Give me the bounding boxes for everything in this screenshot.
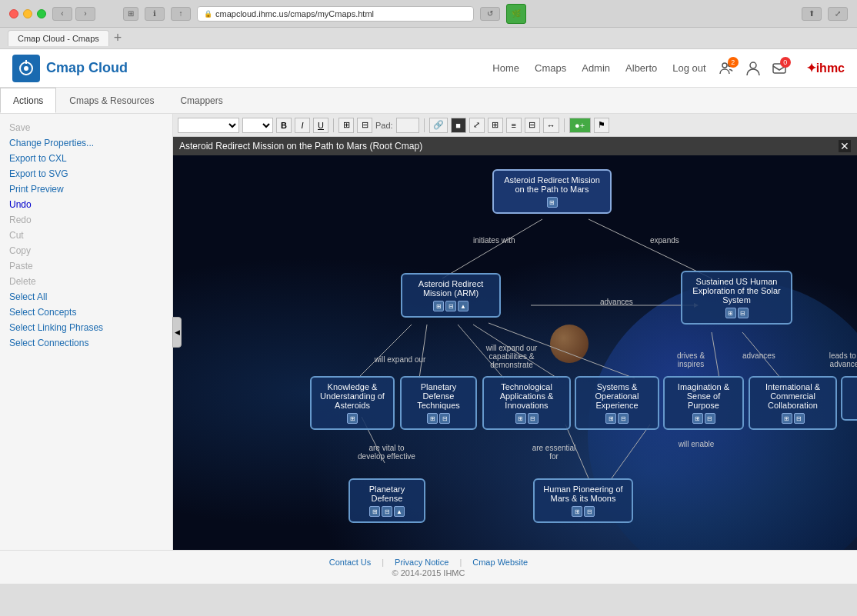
node-img-icon2[interactable]: ⊟ xyxy=(705,413,715,424)
node-sustained-icon1[interactable]: ⊞ xyxy=(725,308,736,318)
back-button[interactable]: ‹ xyxy=(52,7,72,21)
sidebar-export-svg[interactable]: Export to SVG xyxy=(0,166,172,181)
node-sustained[interactable]: Sustained US Human Exploration of the So… xyxy=(681,271,792,325)
node-pdt-icon1[interactable]: ⊞ xyxy=(427,413,438,424)
green-add-button[interactable]: ●+ xyxy=(569,118,591,133)
sidebar-change-properties[interactable]: Change Properties... xyxy=(0,135,172,151)
pad-select[interactable] xyxy=(396,118,419,133)
cmappers-icon-wrapper[interactable]: 2 xyxy=(719,60,735,77)
flag-button[interactable]: ⚑ xyxy=(594,118,609,133)
node-arm-icon3[interactable]: ▲ xyxy=(458,301,469,311)
ihmc-logo[interactable]: ✦ihmc xyxy=(806,61,845,75)
node-arm-icon1[interactable]: ⊞ xyxy=(433,301,444,311)
tab-switcher-button[interactable]: ⊞ xyxy=(123,7,138,21)
sidebar-select-all[interactable]: Select All xyxy=(0,289,172,305)
new-tab-button[interactable]: + xyxy=(114,30,122,46)
node-hp-icon2[interactable]: ⊟ xyxy=(584,506,595,517)
node-pd-icon2[interactable]: ⊟ xyxy=(382,506,392,517)
node-pd-icon3[interactable]: ▲ xyxy=(394,506,405,517)
tab-actions[interactable]: Actions xyxy=(0,88,56,113)
bold-button[interactable]: B xyxy=(276,118,292,133)
messages-icon-wrapper[interactable]: 0 xyxy=(771,60,788,77)
sidebar-select-connections[interactable]: Select Connections xyxy=(0,335,172,351)
nav-user[interactable]: Alberto xyxy=(625,62,657,74)
italic-button[interactable]: I xyxy=(295,118,310,133)
node-int-icon2[interactable]: ⊟ xyxy=(794,413,805,424)
nav-admin[interactable]: Admin xyxy=(582,62,610,74)
share-button[interactable]: ↑ xyxy=(171,7,191,21)
node-scientific[interactable]: Scientific Discoveries ⊞ ⊟ xyxy=(841,376,857,421)
extensions-button[interactable]: 🌿 xyxy=(506,4,526,24)
fullscreen-button[interactable]: ⤢ xyxy=(828,7,848,21)
tab-cmaps-resources[interactable]: Cmaps & Resources xyxy=(56,88,167,113)
sidebar-collapse-button[interactable]: ◀ xyxy=(172,317,182,348)
node-pd-icons: ⊞ ⊟ ▲ xyxy=(356,506,418,517)
browser-share-button[interactable]: ⬆ xyxy=(802,7,822,21)
forward-button[interactable]: › xyxy=(75,7,95,21)
align-left-button[interactable]: ⊞ xyxy=(338,118,354,133)
color-button[interactable]: ■ xyxy=(451,118,466,133)
sidebar-export-cxl[interactable]: Export to CXL xyxy=(0,151,172,166)
footer-contact[interactable]: Contact Us xyxy=(318,558,382,567)
node-ta-icon1[interactable]: ⊞ xyxy=(515,413,526,424)
node-arm[interactable]: Asteroid Redirect Mission (ARM) ⊞ ⊟ ▲ xyxy=(401,273,501,318)
tab-cmappers[interactable]: Cmappers xyxy=(167,88,235,113)
active-tab[interactable]: Cmap Cloud - Cmaps xyxy=(8,30,109,46)
table-button[interactable]: ⊟ xyxy=(525,118,540,133)
font-family-select[interactable] xyxy=(178,118,239,133)
tab-bar: Cmap Cloud - Cmaps + xyxy=(0,28,857,49)
close-traffic-light[interactable] xyxy=(9,9,18,18)
footer-website[interactable]: Cmap Website xyxy=(462,558,539,567)
logo-icon xyxy=(12,55,40,82)
maximize-traffic-light[interactable] xyxy=(37,9,46,18)
address-bar[interactable]: 🔒 cmapcloud.ihmc.us/cmaps/myCmaps.html xyxy=(197,6,474,22)
info-button[interactable]: ℹ xyxy=(145,7,165,21)
node-human-pioneering[interactable]: Human Pioneering of Mars & its Moons ⊞ ⊟ xyxy=(533,478,633,523)
reload-button[interactable]: ↺ xyxy=(480,7,500,21)
node-sys-icon1[interactable]: ⊞ xyxy=(605,413,616,424)
node-img-icon1[interactable]: ⊞ xyxy=(692,413,703,424)
nav-cmaps[interactable]: Cmaps xyxy=(535,62,566,74)
node-imagination[interactable]: Imagination & Sense of Purpose ⊞ ⊟ xyxy=(663,376,744,430)
close-cmap-button[interactable]: ✕ xyxy=(839,140,851,152)
user-icon-wrapper[interactable] xyxy=(745,60,762,77)
node-international[interactable]: International & Commercial Collaboration… xyxy=(749,376,837,430)
grid-button[interactable]: ⊞ xyxy=(488,118,503,133)
node-hp-icon1[interactable]: ⊞ xyxy=(572,506,582,517)
node-icon-expand[interactable]: ⊞ xyxy=(547,197,558,208)
font-size-select[interactable] xyxy=(242,118,273,133)
node-sustained-icon2[interactable]: ⊟ xyxy=(738,308,749,318)
cmap-canvas[interactable]: initiates with expands advances will exp… xyxy=(173,155,857,550)
node-planetary-def-tech[interactable]: Planetary Defense Techniques ⊞ ⊟ xyxy=(400,376,477,430)
node-knowledge[interactable]: Knowledge & Understanding of Asteroids ⊞ xyxy=(310,376,395,430)
node-planetary-def[interactable]: Planetary Defense ⊞ ⊟ ▲ xyxy=(348,478,425,523)
arrow-button[interactable]: ↔ xyxy=(543,118,559,133)
messages-badge: 0 xyxy=(780,57,791,68)
expand-button[interactable]: ⤢ xyxy=(469,118,485,133)
svg-point-5 xyxy=(750,62,756,68)
node-systems[interactable]: Systems & Operational Experience ⊞ ⊟ xyxy=(575,376,659,430)
align-right-button[interactable]: ⊟ xyxy=(357,118,372,133)
node-knowledge-icon1[interactable]: ⊞ xyxy=(347,413,358,424)
underline-button[interactable]: U xyxy=(313,118,328,133)
node-sys-icon2[interactable]: ⊟ xyxy=(618,413,629,424)
minimize-traffic-light[interactable] xyxy=(23,9,32,18)
node-pdt-icon2[interactable]: ⊟ xyxy=(439,413,450,424)
sidebar-select-concepts[interactable]: Select Concepts xyxy=(0,305,172,320)
sidebar-undo[interactable]: Undo xyxy=(0,197,172,212)
node-arm-icon2[interactable]: ⊟ xyxy=(445,301,456,311)
footer-privacy[interactable]: Privacy Notice xyxy=(384,558,459,567)
titlebar: ‹ › ⊞ ℹ ↑ 🔒 cmapcloud.ihmc.us/cmaps/myCm… xyxy=(0,0,857,28)
sidebar-select-linking[interactable]: Select Linking Phrases xyxy=(0,320,172,335)
list-button[interactable]: ≡ xyxy=(506,118,522,133)
sidebar-print-preview[interactable]: Print Preview xyxy=(0,181,172,197)
link-button[interactable]: 🔗 xyxy=(429,118,448,133)
node-root[interactable]: Asteroid Redirect Mission on the Path to… xyxy=(492,169,612,214)
node-pd-icon1[interactable]: ⊞ xyxy=(369,506,380,517)
nav-home[interactable]: Home xyxy=(492,62,519,74)
nav-logout[interactable]: Log out xyxy=(672,62,705,74)
node-tech-apps[interactable]: Technological Applications & Innovations… xyxy=(482,376,571,430)
node-ta-icon2[interactable]: ⊟ xyxy=(528,413,539,424)
node-int-icon1[interactable]: ⊞ xyxy=(782,413,792,424)
cmappers-badge: 2 xyxy=(728,57,739,68)
